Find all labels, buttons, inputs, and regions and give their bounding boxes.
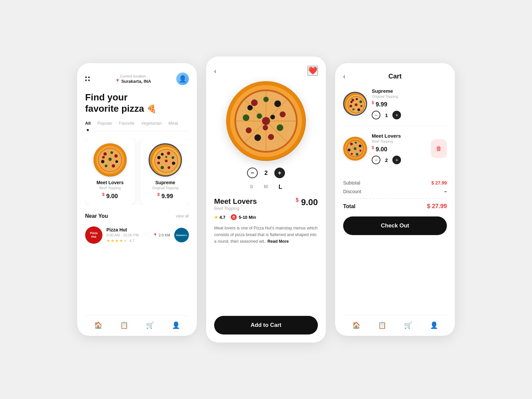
size-l[interactable]: L xyxy=(279,184,282,191)
star-3: ★ xyxy=(115,238,119,243)
restaurant-name: Pizza Hut xyxy=(106,227,149,232)
detail-pizza-svg xyxy=(226,81,306,161)
svg-point-19 xyxy=(172,156,174,159)
svg-point-44 xyxy=(247,105,253,110)
pizza-description: Meat lovers is one of Pizza Hut's mainst… xyxy=(214,225,318,245)
menu-dots-button[interactable] xyxy=(85,76,90,81)
decrease-supreme-button[interactable]: − xyxy=(372,111,380,119)
discount-row: Discount – xyxy=(343,189,447,194)
cart-back-button[interactable]: ‹ xyxy=(343,72,345,80)
svg-point-53 xyxy=(351,99,354,101)
cart-item-topping-supreme: Original Topping xyxy=(372,94,447,98)
decrease-meet-lovers-button[interactable]: − xyxy=(372,156,380,164)
avatar[interactable]: 👤 xyxy=(176,72,189,85)
pizza-hut-logo: PizzaHut xyxy=(85,226,102,244)
svg-point-55 xyxy=(359,100,362,103)
svg-point-41 xyxy=(254,134,261,141)
svg-point-5 xyxy=(110,151,113,154)
screen-home: Current location 📍 Surakarta, INA 👤 Find… xyxy=(77,63,197,336)
pizza-name-section: Meet Lovers Beef Topping xyxy=(214,197,257,211)
home-icon: 🏠 xyxy=(94,321,102,329)
location-value: 📍 Surakarta, INA xyxy=(115,79,151,84)
view-all-link[interactable]: view all xyxy=(176,214,189,218)
tab-favorite[interactable]: Favorite xyxy=(119,121,134,128)
pizza-detail-info: Meet Lovers Beef Topping $ 9.00 xyxy=(214,197,318,211)
screen-cart: ‹ Cart xyxy=(335,63,455,336)
pizza-svg-2 xyxy=(150,144,182,177)
detail-pizza-topping: Beef Topping xyxy=(214,206,257,211)
svg-point-6 xyxy=(114,154,118,158)
tab-meat[interactable]: Meat xyxy=(169,121,178,128)
nav-cart-s3[interactable]: 🛒 xyxy=(404,321,412,329)
nav-profile-s3[interactable]: 👤 xyxy=(430,321,438,329)
cart-item-name-supreme: Supreme xyxy=(372,88,447,94)
size-m[interactable]: M xyxy=(264,184,268,191)
cart-header: ‹ Cart xyxy=(343,72,447,80)
pizza-card-meet-lovers[interactable]: Meet Lovers Beef Topping $ 9.00 xyxy=(85,138,135,205)
decrease-quantity-button[interactable]: − xyxy=(247,168,258,178)
add-to-cart-button[interactable]: Add to Cart xyxy=(214,316,318,334)
nav-home[interactable]: 🏠 xyxy=(94,321,102,329)
star-icon: ★ xyxy=(214,215,218,220)
read-more-link[interactable]: Read More xyxy=(268,239,289,244)
cart-item-supreme: Supreme Original Topping $ 9.99 − 1 + xyxy=(343,88,447,126)
quantity-display: 2 xyxy=(264,170,268,177)
size-selector: S M L xyxy=(214,184,318,191)
nav-home-s3[interactable]: 🏠 xyxy=(352,321,360,329)
svg-point-37 xyxy=(274,100,281,107)
size-s[interactable]: S xyxy=(250,184,253,191)
cart-item-topping-meet-lovers: Beef Topping xyxy=(372,139,426,143)
cart-item-name-meet-lovers: Meet Lovers xyxy=(372,133,426,139)
delete-meet-lovers-button[interactable]: 🗑 xyxy=(431,139,447,158)
cart-icon-s3: 🛒 xyxy=(404,321,412,329)
tab-all[interactable]: All xyxy=(85,121,91,128)
svg-point-48 xyxy=(263,125,268,130)
increase-supreme-button[interactable]: + xyxy=(392,111,401,119)
svg-point-57 xyxy=(357,108,360,111)
nav-orders[interactable]: 📋 xyxy=(120,321,128,329)
cart-qty-meet-lovers: 2 xyxy=(385,157,388,163)
svg-point-73 xyxy=(354,147,356,150)
svg-point-7 xyxy=(115,160,118,163)
cart-item-image-supreme xyxy=(343,92,367,116)
category-tabs: All Popular Favorite Vegetarian Meat xyxy=(85,121,189,131)
increase-meet-lovers-button[interactable]: + xyxy=(392,156,401,164)
location-label: Current location xyxy=(115,74,151,78)
back-button[interactable]: ‹ xyxy=(214,67,216,75)
nav-cart[interactable]: 🛒 xyxy=(146,321,154,329)
restaurant-item-pizza-hut[interactable]: PizzaHut Pizza Hut 9:00 AM - 10:00 PM ★ … xyxy=(85,223,189,247)
dollar-sign-1: $ xyxy=(102,192,104,197)
cart-item-details-supreme: Supreme Original Topping $ 9.99 − 1 + xyxy=(372,88,447,119)
svg-point-47 xyxy=(270,115,275,119)
cart-item-meet-lovers: Meet Lovers Beef Topping $ 9.00 − 2 + 🗑 xyxy=(343,133,447,171)
cart-svg-supreme xyxy=(344,93,367,116)
pin-icon: 📍 xyxy=(115,79,120,83)
svg-point-42 xyxy=(246,127,252,133)
detail-pizza-price: $ 9.00 xyxy=(296,197,318,207)
star-4: ★ xyxy=(119,238,123,243)
star-2: ★ xyxy=(111,238,114,243)
nav-profile[interactable]: 👤 xyxy=(172,321,180,329)
pizza-name-1: Meet Lovers xyxy=(96,180,124,185)
hero-text: Find your favorite pizza 🍕 xyxy=(85,92,189,114)
svg-point-46 xyxy=(257,113,262,119)
tab-popular[interactable]: Popular xyxy=(97,121,112,128)
svg-point-68 xyxy=(359,145,361,147)
pizza-name-2: Supreme xyxy=(155,180,175,185)
nav-orders-s3[interactable]: 📋 xyxy=(378,321,386,329)
clock-icon: ⏱ xyxy=(231,214,237,220)
favorite-button[interactable]: ❤️ xyxy=(308,66,318,76)
detail-top-row: ‹ ❤️ xyxy=(214,66,318,76)
pizza-price-2: $ 9.99 xyxy=(157,192,173,200)
tab-vegetarian[interactable]: Vegetarian xyxy=(141,121,162,128)
pizza-card-supreme[interactable]: Supreme Original Topping $ 9.99 xyxy=(140,138,189,205)
svg-point-59 xyxy=(349,105,352,107)
svg-point-72 xyxy=(348,149,350,151)
svg-point-21 xyxy=(168,166,170,169)
checkout-button[interactable]: Check Out xyxy=(343,216,447,235)
location-display: Current location 📍 Surakarta, INA xyxy=(115,74,151,84)
increase-quantity-button[interactable]: + xyxy=(274,168,285,178)
svg-point-45 xyxy=(262,117,270,125)
bottom-nav-screen1: 🏠 📋 🛒 👤 xyxy=(85,316,189,329)
profile-icon-s3: 👤 xyxy=(430,321,438,329)
